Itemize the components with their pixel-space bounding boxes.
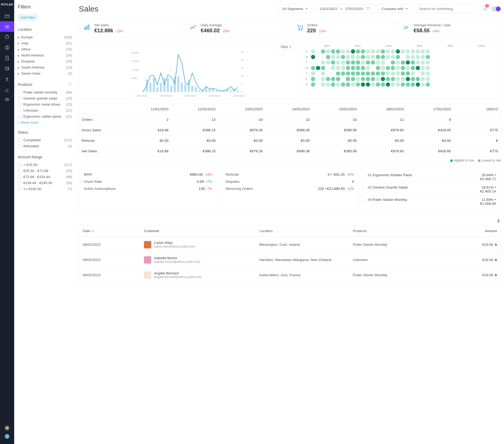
- nav-integrations[interactable]: [0, 95, 14, 105]
- col-location[interactable]: Location: [259, 229, 353, 233]
- checkbox-icon[interactable]: [18, 187, 21, 191]
- nav-sales[interactable]: [0, 21, 14, 32]
- checkbox-icon[interactable]: [18, 175, 21, 179]
- filter-item[interactable]: €154.44 - €240.30 (15): [18, 180, 72, 186]
- svg-text:25: 25: [241, 51, 243, 54]
- download-icon[interactable]: [496, 218, 501, 223]
- add-filter-button[interactable]: Add Filter: [18, 14, 38, 21]
- heat-dot: [336, 82, 340, 87]
- svg-rect-13: [367, 7, 370, 10]
- svg-rect-1: [5, 26, 9, 28]
- heat-dot: [351, 60, 355, 65]
- metrics-table: 11/01/202312/01/202313/01/202314/01/2023…: [79, 104, 501, 156]
- filter-group-title: Location: [18, 27, 72, 32]
- col-amount[interactable]: Amount: [446, 229, 497, 233]
- heat-dot: [391, 82, 395, 87]
- heat-dot: [396, 66, 400, 70]
- heat-dot: [311, 55, 315, 59]
- theme-toggle[interactable]: [491, 6, 501, 12]
- checkbox-icon[interactable]: [18, 109, 21, 112]
- heat-dot: [401, 82, 405, 87]
- svg-text:11/01/2023: 11/01/2023: [135, 95, 147, 97]
- order-row[interactable]: 06/02/2023 Angèle Bernardangele.bernard@…: [79, 267, 501, 283]
- chart-granularity-dropdown[interactable]: Days ▼: [278, 44, 295, 50]
- heat-dot: [396, 71, 400, 76]
- kpi-card[interactable]: Daily Average €460.02-25%: [185, 19, 288, 38]
- status-dot: [495, 259, 497, 261]
- kpi-card[interactable]: 123 Average Revenue / Sale €58.55-14%: [398, 19, 501, 38]
- search-icon[interactable]: [68, 82, 72, 87]
- user-avatar[interactable]: 🤖: [5, 434, 9, 439]
- heat-dot: [331, 71, 335, 76]
- svg-rect-45: [181, 83, 183, 92]
- svg-rect-46: [184, 84, 186, 92]
- nav-subscriptions[interactable]: [0, 63, 14, 74]
- filter-item[interactable]: ▸Oceania (18): [18, 58, 72, 64]
- filter-item[interactable]: >= €240.30 (7): [18, 186, 72, 192]
- sales-chart: €2,000€1,500€1,000€500252015105011/01/20…: [83, 50, 294, 98]
- order-row[interactable]: 06/02/2023 Calvin Rileycalvin.riley@demo…: [79, 237, 501, 252]
- segments-dropdown[interactable]: All Segments▼: [278, 4, 312, 13]
- nav-analytics[interactable]: [0, 84, 14, 95]
- filter-item[interactable]: ▸Seven Seas (3): [18, 70, 72, 76]
- filter-item[interactable]: Completed (217): [18, 137, 72, 143]
- workspace-avatar[interactable]: M: [5, 426, 9, 430]
- filter-item[interactable]: €72.68 - €154.44 (48): [18, 174, 72, 180]
- heat-dot: [376, 55, 380, 59]
- checkbox-icon[interactable]: [18, 181, 21, 185]
- notifications-button[interactable]: 5: [482, 6, 488, 12]
- checkbox-icon[interactable]: [18, 144, 21, 148]
- svg-point-21: [298, 29, 299, 30]
- kpi-card[interactable]: Orders 220-13%: [292, 19, 394, 38]
- filter-item[interactable]: ▸Europe (104): [18, 34, 72, 40]
- nav-people[interactable]: [0, 74, 14, 84]
- refunds-panel: Refunds 3 • -€41.25-25% Disputes 0 Recur…: [221, 167, 359, 212]
- checkbox-icon[interactable]: [18, 138, 21, 142]
- nav-customers[interactable]: [0, 42, 14, 53]
- show-more-link[interactable]: + Show more: [18, 121, 72, 124]
- heat-row: S: [306, 49, 497, 54]
- filter-item[interactable]: Putler starter-monthly (80): [18, 89, 72, 95]
- checkbox-icon[interactable]: [18, 97, 21, 100]
- nav-home[interactable]: [0, 11, 14, 21]
- svg-rect-61: [237, 90, 239, 92]
- filter-item[interactable]: < €25.50 (117): [18, 162, 72, 168]
- filter-item[interactable]: Unknown (22): [18, 107, 72, 113]
- col-products[interactable]: Products: [353, 229, 446, 233]
- heat-dot: [381, 60, 385, 65]
- filter-item[interactable]: ▸Africa (25): [18, 46, 72, 52]
- col-date[interactable]: Date⇅: [83, 229, 144, 233]
- checkbox-icon[interactable]: [18, 103, 21, 106]
- heat-dot: [411, 60, 415, 65]
- heat-dot: [311, 77, 315, 81]
- order-row[interactable]: 06/02/2023 Isabella Mooreisabela.moore@d…: [79, 252, 501, 267]
- filter-item[interactable]: Generic granite salad (23): [18, 95, 72, 101]
- checkbox-icon[interactable]: [18, 91, 21, 94]
- avatar: [144, 256, 151, 264]
- heat-dot: [396, 77, 400, 81]
- heat-dot: [336, 77, 340, 81]
- filter-item[interactable]: Refunded (3): [18, 143, 72, 149]
- nav-products[interactable]: [0, 32, 14, 42]
- nav-reports[interactable]: [0, 53, 14, 63]
- filter-item[interactable]: ▸North America (24): [18, 52, 72, 58]
- svg-text:€1,500: €1,500: [132, 60, 139, 62]
- filter-item[interactable]: ▸Asia (31): [18, 40, 72, 46]
- kpi-delta: -13%: [318, 29, 326, 33]
- filter-item[interactable]: €25.50 - €72.68 (33): [18, 168, 72, 174]
- filter-item[interactable]: Ergonomic metal shoes (23): [18, 101, 72, 107]
- checkbox-icon[interactable]: [18, 115, 21, 118]
- filter-item[interactable]: Ergonomic rubber pants (21): [18, 113, 72, 119]
- col-customer[interactable]: Customer: [144, 229, 259, 233]
- heat-dot: [371, 71, 375, 76]
- compare-dropdown[interactable]: Compare with▼: [378, 4, 412, 13]
- filter-item[interactable]: ▸South America (13): [18, 64, 72, 70]
- checkbox-icon[interactable]: [18, 163, 21, 166]
- date-range-picker[interactable]: 11/01/2023to07/02/2023: [315, 4, 374, 13]
- svg-text:15: 15: [241, 67, 243, 70]
- svg-point-3: [7, 46, 8, 48]
- heat-dot: [391, 60, 395, 65]
- checkbox-icon[interactable]: [18, 169, 21, 173]
- kpi-card[interactable]: Net Sales €12.88k-25%: [79, 19, 181, 38]
- search-input[interactable]: [416, 4, 479, 13]
